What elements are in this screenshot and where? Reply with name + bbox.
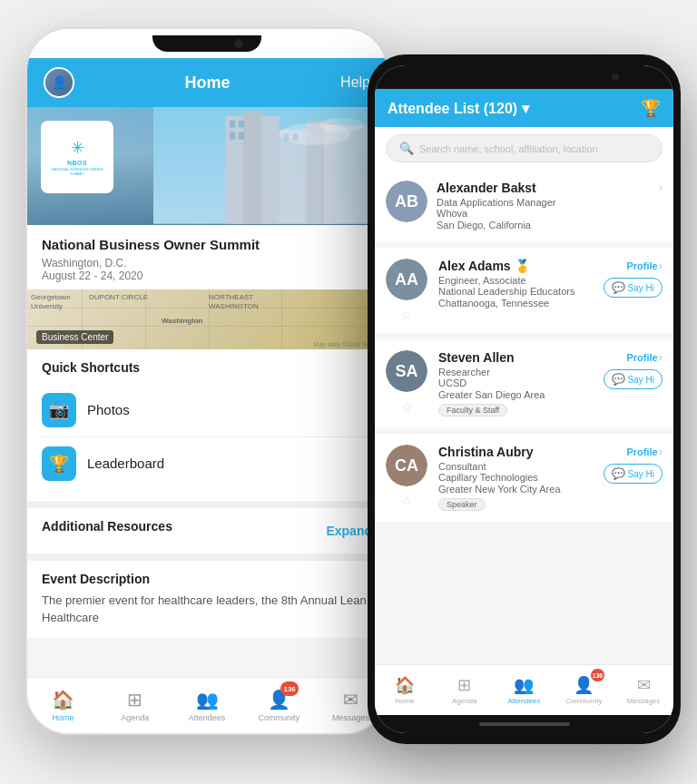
attendee-org: UCSD bbox=[438, 377, 594, 388]
say-hi-button[interactable]: 💬 Say Hi bbox=[604, 369, 663, 389]
nav-agenda-label: Agenda bbox=[121, 713, 149, 722]
page-title: Home bbox=[185, 74, 231, 93]
profile-button[interactable]: Profile › bbox=[626, 350, 663, 364]
nav-agenda[interactable]: ⊞ Agenda bbox=[99, 678, 171, 733]
home-indicator bbox=[375, 715, 673, 733]
attendee-row[interactable]: AB Alexander Bakst Data Applications Man… bbox=[375, 170, 673, 241]
event-name: National Business Owner Summit bbox=[42, 236, 372, 254]
scene: 👤 Home Help bbox=[0, 0, 697, 784]
profile-label: Profile bbox=[626, 446, 657, 457]
attendee-list-title: Attendee List (120) ▾ bbox=[388, 100, 529, 117]
agenda-icon: ⊞ bbox=[127, 689, 142, 710]
phone2-notch bbox=[375, 65, 673, 89]
nav-attendees[interactable]: 👥 Attendees bbox=[495, 665, 555, 715]
additional-title: Additional Resources bbox=[42, 519, 172, 534]
event-logo: ✳ NBOS NATIONAL BUSINESS OWNER SUMMIT bbox=[41, 121, 113, 193]
attendee-location: San Diego, California bbox=[437, 220, 650, 230]
bottom-nav: 🏠 Home ⊞ Agenda 👥 Attendees 136 👤 Commun… bbox=[27, 677, 387, 733]
say-hi-label: Say Hi bbox=[628, 283, 654, 293]
profile-label: Profile bbox=[626, 352, 657, 363]
nav-messages[interactable]: ✉ Messages bbox=[614, 665, 673, 715]
search-wrap: 🔍 Search name, school, affiliation, loca… bbox=[375, 127, 673, 170]
svg-rect-9 bbox=[239, 132, 244, 140]
profile-button[interactable]: Profile › bbox=[626, 445, 663, 458]
attendee-row[interactable]: AA ☆ Alex Adams 🥇 Engineer, Associate Na… bbox=[375, 248, 673, 333]
avatar: AA bbox=[386, 259, 427, 300]
attendee-row[interactable]: SA ☆ Steven Allen Researcher UCSD Greate… bbox=[375, 339, 673, 427]
messages-icon: ✉ bbox=[637, 675, 651, 695]
say-hi-label: Say Hi bbox=[628, 375, 654, 385]
chat-bubble-icon: 💬 bbox=[612, 373, 625, 386]
attendee-actions: › bbox=[659, 181, 663, 194]
chevron-right-icon: › bbox=[659, 350, 663, 364]
svg-point-13 bbox=[319, 118, 364, 132]
chat-bubble-icon: 💬 bbox=[612, 467, 625, 480]
divider bbox=[27, 501, 387, 508]
attendee-tag: Speaker bbox=[438, 498, 486, 511]
shortcut-photos[interactable]: 📷 Photos › bbox=[42, 384, 372, 437]
attendee-org: Capillary Technologies bbox=[438, 472, 594, 483]
chevron-right-icon: › bbox=[659, 259, 663, 272]
nav-community[interactable]: 136 👤 Community bbox=[554, 665, 614, 715]
say-hi-button[interactable]: 💬 Say Hi bbox=[604, 278, 663, 298]
search-bar[interactable]: 🔍 Search name, school, affiliation, loca… bbox=[386, 134, 663, 162]
attendee-org: Whova bbox=[437, 208, 650, 219]
nav-community[interactable]: 136 👤 Community bbox=[243, 678, 315, 733]
search-placeholder: Search name, school, affiliation, locati… bbox=[419, 143, 598, 154]
shortcut-leaderboard[interactable]: 🏆 Leaderboard › bbox=[42, 437, 372, 490]
phone1-notch bbox=[27, 29, 387, 58]
attendee-row[interactable]: CA ☆ Christina Aubry Consultant Capillar… bbox=[375, 434, 673, 522]
event-description: Event Description The premier event for … bbox=[27, 561, 387, 638]
attendee-role: Data Applications Manager bbox=[437, 197, 650, 208]
nav-attendees-label: Attendees bbox=[507, 697, 540, 705]
quick-shortcuts: Quick Shortcuts 📷 Photos › 🏆 Leaderboard… bbox=[27, 349, 387, 501]
help-button[interactable]: Help bbox=[340, 74, 370, 91]
svg-rect-8 bbox=[230, 132, 235, 140]
profile-label: Profile bbox=[626, 260, 657, 271]
attendee-tag: Faculty & Staff bbox=[438, 404, 507, 416]
svg-rect-7 bbox=[239, 121, 244, 128]
phone2-device: Attendee List (120) ▾ 🏆 🔍 Search name, s… bbox=[368, 54, 681, 744]
community-badge: 136 bbox=[280, 681, 298, 696]
divider bbox=[27, 554, 387, 561]
home-icon: 🏠 bbox=[395, 675, 415, 695]
agenda-icon: ⊞ bbox=[457, 675, 471, 695]
community-badge: 136 bbox=[591, 669, 605, 681]
home-icon: 🏠 bbox=[52, 689, 74, 710]
shortcuts-title: Quick Shortcuts bbox=[42, 360, 372, 375]
attendee-role: Engineer, Associate bbox=[438, 275, 594, 286]
nav-messages-label: Messages bbox=[332, 713, 369, 722]
say-hi-button[interactable]: 💬 Say Hi bbox=[604, 464, 663, 484]
nav-agenda[interactable]: ⊞ Agenda bbox=[435, 665, 495, 715]
profile-button[interactable]: Profile › bbox=[626, 259, 663, 272]
nav-attendees-label: Attendees bbox=[189, 713, 226, 722]
nav-home[interactable]: 🏠 Home bbox=[27, 678, 99, 733]
nav-attendees[interactable]: 👥 Attendees bbox=[171, 678, 242, 733]
photos-icon: 📷 bbox=[42, 393, 76, 427]
attendee-info: Christina Aubry Consultant Capillary Tec… bbox=[438, 445, 594, 511]
coin-icon: 🥇 bbox=[515, 259, 530, 273]
chat-bubble-icon: 💬 bbox=[612, 281, 625, 294]
svg-rect-2 bbox=[243, 112, 261, 224]
star-icon: ☆ bbox=[401, 494, 413, 508]
expand-button[interactable]: Expand bbox=[326, 524, 372, 538]
attendee-info: Alexander Bakst Data Applications Manage… bbox=[437, 181, 650, 230]
additional-resources: Additional Resources Expand bbox=[27, 508, 387, 554]
map-view[interactable]: Georgetown DUPONT CIRCLE NORTHEAST Unive… bbox=[27, 289, 387, 349]
say-hi-label: Say Hi bbox=[628, 469, 654, 479]
avatar: CA bbox=[386, 445, 427, 486]
nav-home[interactable]: 🏠 Home bbox=[375, 665, 435, 715]
leaderboard-icon: 🏆 bbox=[42, 446, 76, 481]
attendee-location: Chattanooga, Tennessee bbox=[438, 298, 594, 309]
nav-messages-label: Messages bbox=[627, 697, 660, 705]
map-label: Business Center bbox=[36, 330, 113, 344]
avatar[interactable]: 👤 bbox=[44, 67, 74, 98]
attendee-role: Researcher bbox=[438, 367, 594, 377]
phone1-header: 👤 Home Help bbox=[27, 58, 387, 107]
nav-community-label: Community bbox=[565, 697, 602, 705]
description-title: Event Description bbox=[42, 572, 372, 586]
trophy-icon: 🏆 bbox=[641, 98, 661, 118]
hero-image: ✳ NBOS NATIONAL BUSINESS OWNER SUMMIT bbox=[27, 107, 387, 225]
attendee-location: Greater San Diego Area bbox=[438, 389, 594, 400]
attendee-name: Alex Adams 🥇 bbox=[438, 259, 594, 273]
